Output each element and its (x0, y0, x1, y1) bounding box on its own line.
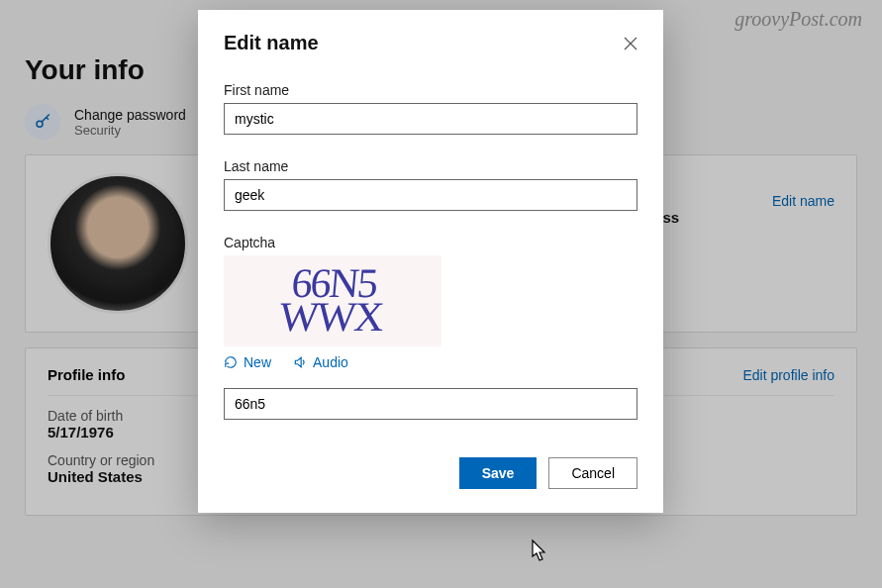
captcha-audio-link[interactable]: Audio (293, 354, 348, 370)
refresh-icon (224, 355, 238, 369)
captcha-new-link[interactable]: New (224, 354, 271, 370)
first-name-input[interactable] (224, 103, 637, 135)
captcha-label: Captcha (224, 235, 637, 250)
captcha-audio-label: Audio (313, 354, 348, 370)
captcha-display-text: 66N5WWX (278, 267, 387, 334)
edit-name-modal: Edit name First name Last name Captcha 6… (198, 10, 663, 513)
last-name-label: Last name (224, 158, 637, 174)
cancel-button[interactable]: Cancel (548, 457, 637, 489)
last-name-input[interactable] (224, 179, 637, 211)
save-button[interactable]: Save (459, 457, 538, 489)
captcha-image: 66N5WWX (224, 255, 441, 346)
captcha-new-label: New (244, 354, 271, 370)
modal-title: Edit name (224, 32, 319, 54)
audio-icon (293, 355, 307, 369)
captcha-input[interactable] (224, 388, 637, 420)
close-icon[interactable] (624, 37, 637, 50)
first-name-label: First name (224, 82, 637, 98)
